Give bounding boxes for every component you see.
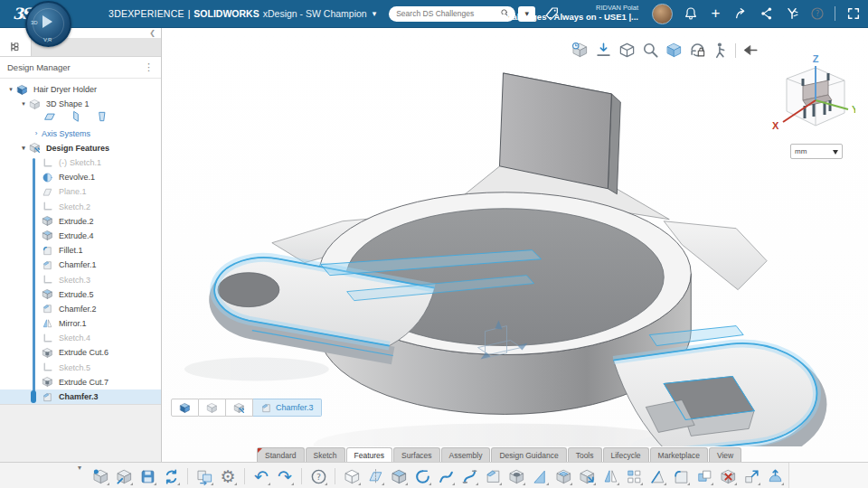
tree-item-fillet-1[interactable]: Fillet.1 xyxy=(0,243,161,258)
delete-face-icon[interactable] xyxy=(718,466,738,486)
fillet-icon[interactable] xyxy=(671,466,691,486)
display-style-icon[interactable] xyxy=(618,41,637,60)
expander-open-icon[interactable]: ▾ xyxy=(18,145,29,152)
avatar[interactable] xyxy=(652,4,673,24)
view-cube[interactable]: Z Y X xyxy=(769,53,855,144)
tree-item-sketch-2[interactable]: Sketch.2 xyxy=(0,200,161,214)
revolve-icon[interactable] xyxy=(412,466,432,486)
scale-icon[interactable] xyxy=(741,466,761,486)
tree-item-extrude-cut-7[interactable]: Extrude Cut.7 xyxy=(0,375,161,389)
plane-xy-icon[interactable] xyxy=(43,110,56,127)
new-part-icon[interactable] xyxy=(90,466,110,486)
hole-icon[interactable] xyxy=(506,466,526,486)
expander-open-icon[interactable]: ▾ xyxy=(5,86,16,93)
tree-item-chamfer-3[interactable]: Chamfer.3 xyxy=(0,389,161,404)
tab-view[interactable]: View xyxy=(709,447,741,462)
combine-icon[interactable] xyxy=(694,466,714,486)
tree-item-hair-dryer-holder[interactable]: ▾Hair Dryer Holder xyxy=(0,82,161,97)
pin-icon[interactable] xyxy=(741,41,760,60)
3dswym-icon[interactable] xyxy=(784,6,799,22)
tree-item-mirror-1[interactable]: Mirror.1 xyxy=(0,316,161,331)
add-icon[interactable]: + xyxy=(708,6,723,22)
ergonomics-icon[interactable] xyxy=(712,41,731,60)
chevron-down-icon[interactable]: ▾ xyxy=(373,9,377,18)
tab-marketplace[interactable]: Marketplace xyxy=(650,447,708,462)
split-icon[interactable] xyxy=(365,466,385,486)
update-view-icon[interactable] xyxy=(571,41,590,60)
tree-item-sketch-4[interactable]: Sketch.4 xyxy=(0,331,161,345)
kebab-menu-icon[interactable]: ⋮ xyxy=(144,61,154,73)
plane-yz-icon[interactable] xyxy=(70,110,82,127)
tab-tools[interactable]: Tools xyxy=(568,447,602,462)
context-label[interactable]: xDesign - SW Champion xyxy=(263,8,367,19)
help-icon[interactable]: ? xyxy=(308,466,328,486)
normal-to-icon[interactable] xyxy=(594,41,613,60)
title-divider: | xyxy=(188,8,191,19)
fullscreen-icon[interactable] xyxy=(845,6,861,22)
units-dropdown[interactable]: mm xyxy=(790,144,843,159)
tab-design-tree[interactable] xyxy=(0,38,32,56)
primitive-box-icon[interactable] xyxy=(342,466,362,486)
tree-item-chamfer-2[interactable]: Chamfer.2 xyxy=(0,302,161,316)
model-viewport[interactable]: Z Y X mm Chamfer.3 StandardSketchFeature… xyxy=(162,28,868,462)
draft-icon[interactable] xyxy=(647,466,667,486)
loft-icon[interactable] xyxy=(459,466,479,486)
share-icon[interactable] xyxy=(733,6,749,22)
breadcrumb-features[interactable] xyxy=(226,399,253,417)
settings-icon[interactable]: ⚙ xyxy=(218,466,238,486)
tab-lifecycle[interactable]: Lifecycle xyxy=(603,447,649,462)
tab-sketch[interactable]: Sketch xyxy=(306,447,345,462)
zoom-icon[interactable] xyxy=(641,41,660,60)
search-input[interactable] xyxy=(394,8,500,19)
tree-item-design-features[interactable]: ▾Design Features xyxy=(0,141,161,155)
import-export-icon[interactable] xyxy=(194,466,214,486)
mirror-icon[interactable] xyxy=(600,466,620,486)
tree-item-extrude-2[interactable]: Extrude.2 xyxy=(0,214,161,229)
plane-zx-icon[interactable] xyxy=(96,110,108,127)
tree-item-sketch-3[interactable]: Sketch.3 xyxy=(0,272,161,286)
hair-dryer-holder-model[interactable] xyxy=(162,28,868,446)
sweep-icon[interactable] xyxy=(436,466,456,486)
save-icon[interactable] xyxy=(137,466,157,486)
shell-icon[interactable] xyxy=(553,466,573,486)
tab-surfaces[interactable]: Surfaces xyxy=(393,447,440,462)
extrude-icon[interactable] xyxy=(389,466,409,486)
toolbar-collapse-icon[interactable]: ▾ xyxy=(78,464,81,472)
tree-item-extrude-cut-6[interactable]: Extrude Cut.6 xyxy=(0,345,161,360)
pattern-icon[interactable] xyxy=(624,466,644,486)
tree-item-extrude-4[interactable]: Extrude.4 xyxy=(0,229,161,243)
tab-features[interactable]: Features xyxy=(346,447,393,462)
help-icon[interactable]: ? xyxy=(809,6,825,22)
redo-icon[interactable]: ↷ xyxy=(275,466,295,486)
tree-item-3d-shape-1[interactable]: ▾3D Shape 1 xyxy=(0,97,161,111)
breadcrumb-chamfer-3[interactable]: Chamfer.3 xyxy=(253,399,322,417)
tab-assembly[interactable]: Assembly xyxy=(441,447,491,462)
tree-item-chamfer-1[interactable]: Chamfer.1 xyxy=(0,258,161,272)
sync-icon[interactable] xyxy=(161,466,181,486)
rib-icon[interactable] xyxy=(530,466,550,486)
dome-icon[interactable] xyxy=(765,466,785,486)
notifications-bell-icon[interactable] xyxy=(683,6,698,22)
tree-item-extrude-5[interactable]: Extrude.5 xyxy=(0,287,161,302)
tree-item-sketch-5[interactable]: Sketch.5 xyxy=(0,361,161,375)
chamfer-icon[interactable] xyxy=(483,466,503,486)
undo-icon[interactable]: ↶ xyxy=(251,466,271,486)
move-face-icon[interactable] xyxy=(577,466,597,486)
tree-item-axis-systems[interactable]: ›Axis Systems xyxy=(0,127,161,141)
open-icon[interactable] xyxy=(114,466,134,486)
expander-closed-icon[interactable]: › xyxy=(31,129,42,137)
tab-design-guidance[interactable]: Design Guidance xyxy=(491,447,566,462)
tree-item-revolve-1[interactable]: Revolve.1 xyxy=(0,170,161,184)
tree-item-sketch-1[interactable]: (-)Sketch.1 xyxy=(0,155,161,170)
shape3d-icon xyxy=(206,402,218,414)
breadcrumb-product[interactable] xyxy=(171,399,199,417)
tree-item-plane-1[interactable]: Plane.1 xyxy=(0,184,161,199)
collaborate-icon[interactable] xyxy=(759,6,774,22)
collapse-panel-icon[interactable]: ❮ xyxy=(149,29,156,37)
3dexperience-compass[interactable]: 3D V,R xyxy=(25,1,71,47)
rotation-lock-icon[interactable] xyxy=(688,41,707,60)
breadcrumb-shape3d[interactable] xyxy=(199,399,226,417)
tab-standard[interactable]: Standard xyxy=(257,447,305,462)
expander-open-icon[interactable]: ▾ xyxy=(18,100,29,108)
shaded-view-icon[interactable] xyxy=(665,41,684,60)
